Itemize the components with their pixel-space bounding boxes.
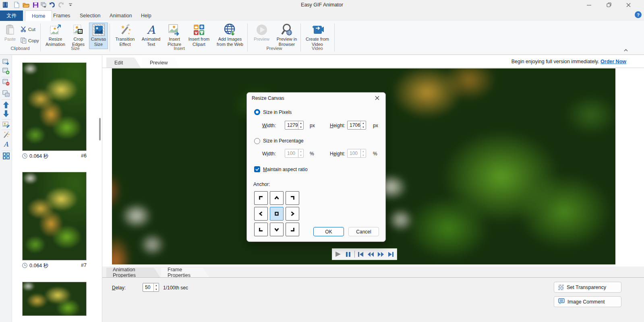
ribbon: Paste Cut Copy Clipboard Resize Animatio…: [0, 21, 644, 55]
copy-icon: [20, 37, 27, 44]
resize-animation-button[interactable]: Resize Animation: [43, 23, 68, 49]
preview-in-browser-button[interactable]: Preview in Browser: [274, 23, 299, 49]
add-images-from-web-button[interactable]: Add Images from the Web: [213, 23, 247, 49]
spin-down-icon[interactable]: ▼: [361, 125, 366, 129]
copy-button[interactable]: Copy: [20, 37, 39, 44]
transparency-checker-icon: [558, 285, 564, 290]
svg-text:A: A: [3, 140, 8, 148]
frames-scrollbar[interactable]: [98, 58, 101, 319]
frame-thumbnail-7[interactable]: [22, 172, 87, 260]
tool-separator: [2, 119, 10, 120]
close-button[interactable]: [622, 0, 634, 10]
tab-selection[interactable]: Selection: [73, 10, 107, 21]
skip-to-start-button[interactable]: [357, 250, 365, 258]
fast-forward-button[interactable]: [377, 250, 385, 258]
anchor-left-button[interactable]: [254, 207, 268, 221]
insert-group-label: Insert: [111, 46, 247, 51]
insert-from-clipart-button[interactable]: Insert from Clipart: [186, 23, 212, 49]
spin-down-icon: ▼: [298, 153, 303, 157]
duplicate-frame-icon[interactable]: [2, 90, 10, 97]
rewind-button[interactable]: [367, 250, 375, 258]
pause-button[interactable]: [344, 250, 352, 258]
scrollbar-thumb[interactable]: [99, 118, 101, 140]
spinner-arrows[interactable]: ▲▼: [298, 121, 303, 129]
tab-animation[interactable]: Animation: [103, 10, 139, 21]
skip-to-end-button[interactable]: [387, 250, 395, 258]
magic-wand-icon[interactable]: [2, 131, 10, 138]
px-height-input[interactable]: [348, 121, 360, 129]
collapse-ribbon-icon[interactable]: [624, 48, 628, 53]
spin-down-icon: ▼: [361, 153, 366, 157]
spin-down-icon[interactable]: ▼: [298, 125, 303, 129]
transition-effect-button[interactable]: Transition Effect: [112, 23, 138, 49]
menu-tab-row: 文件 Home Frames Selection Animation Help: [0, 10, 644, 21]
anchor-bottom-right-button[interactable]: [286, 223, 299, 236]
bottom-properties-panel: Animation Properties Frame Properties De…: [102, 266, 644, 322]
maintain-aspect-checkbox[interactable]: [254, 166, 260, 172]
anchor-right-button[interactable]: [286, 207, 299, 221]
tab-file[interactable]: 文件: [0, 10, 23, 21]
delay-spinner[interactable]: ▲▼: [143, 283, 159, 292]
order-now-link[interactable]: Order Now: [601, 59, 626, 64]
anchor-top-left-button[interactable]: [254, 191, 268, 205]
comment-icon: [558, 298, 565, 305]
frame-thumbnail-8[interactable]: [22, 282, 87, 316]
grid-view-icon[interactable]: [2, 152, 10, 159]
px-height-spinner[interactable]: ▲▼: [347, 121, 366, 130]
move-down-icon[interactable]: [2, 110, 10, 117]
spin-up-icon[interactable]: ▲: [154, 283, 159, 287]
pct-width-spinner: ▲▼: [285, 149, 304, 158]
spin-up-icon[interactable]: ▲: [361, 121, 366, 125]
move-up-icon[interactable]: [2, 101, 10, 108]
pct-width-unit: %: [310, 151, 314, 157]
edit-image-icon[interactable]: [2, 121, 10, 128]
anchor-top-button[interactable]: [270, 191, 284, 205]
tab-edit[interactable]: Edit: [106, 58, 141, 68]
set-transparency-button[interactable]: Set Transparency: [554, 282, 621, 293]
tab-frames[interactable]: Frames: [47, 10, 77, 21]
px-width-input[interactable]: [285, 121, 298, 129]
canvas-size-button[interactable]: Canvas Size: [89, 23, 108, 49]
move-frame-icon[interactable]: [2, 58, 10, 66]
spin-up-icon[interactable]: ▲: [298, 121, 303, 125]
text-tool-icon[interactable]: A: [2, 140, 10, 148]
cut-button[interactable]: Cut: [20, 26, 35, 33]
insert-picture-button[interactable]: Insert Picture: [165, 23, 184, 49]
spinner-arrows[interactable]: ▲▼: [153, 283, 159, 291]
tab-help[interactable]: Help: [135, 10, 158, 21]
spin-down-icon[interactable]: ▼: [154, 287, 159, 291]
image-comment-button[interactable]: Image Comment: [554, 296, 621, 307]
crop-edges-button[interactable]: Crop Edges: [69, 23, 87, 49]
ok-button[interactable]: OK: [313, 227, 344, 236]
add-frame-icon[interactable]: [2, 67, 10, 74]
size-in-percentage-radio[interactable]: [254, 138, 260, 144]
anchor-top-right-button[interactable]: [286, 191, 299, 205]
create-from-video-button[interactable]: Create from Video: [303, 23, 332, 49]
tab-preview[interactable]: Preview: [142, 58, 180, 68]
tool-separator: [2, 130, 10, 130]
playback-bar: [332, 248, 397, 260]
pct-height-unit: %: [373, 151, 377, 157]
spinner-arrows[interactable]: ▲▼: [360, 121, 366, 129]
animated-text-button[interactable]: A Animated Text: [139, 23, 163, 49]
help-icon[interactable]: ?: [635, 11, 642, 18]
px-width-spinner[interactable]: ▲▼: [285, 121, 304, 130]
anchor-bottom-left-button[interactable]: [254, 223, 268, 236]
cancel-button[interactable]: Cancel: [348, 227, 379, 236]
svg-text:A: A: [147, 24, 155, 36]
restore-button[interactable]: [603, 0, 615, 10]
delay-input[interactable]: [143, 283, 153, 291]
anchor-label: Anchor:: [253, 182, 270, 187]
tab-animation-properties[interactable]: Animation Properties: [106, 268, 160, 277]
preview-group-label: Preview: [248, 46, 300, 51]
size-in-pixels-radio[interactable]: [254, 109, 260, 115]
minimize-button[interactable]: [583, 0, 595, 10]
size-in-pixels-label: Size in Pixels: [263, 109, 292, 115]
tab-frame-properties[interactable]: Frame Properties: [161, 268, 209, 277]
paste-button: Paste: [2, 23, 18, 49]
dialog-close-icon[interactable]: [373, 94, 381, 101]
delete-frame-icon[interactable]: [2, 78, 10, 86]
anchor-center-button[interactable]: [270, 207, 284, 221]
frame-thumbnail-6[interactable]: [22, 62, 87, 151]
anchor-bottom-button[interactable]: [270, 223, 284, 236]
